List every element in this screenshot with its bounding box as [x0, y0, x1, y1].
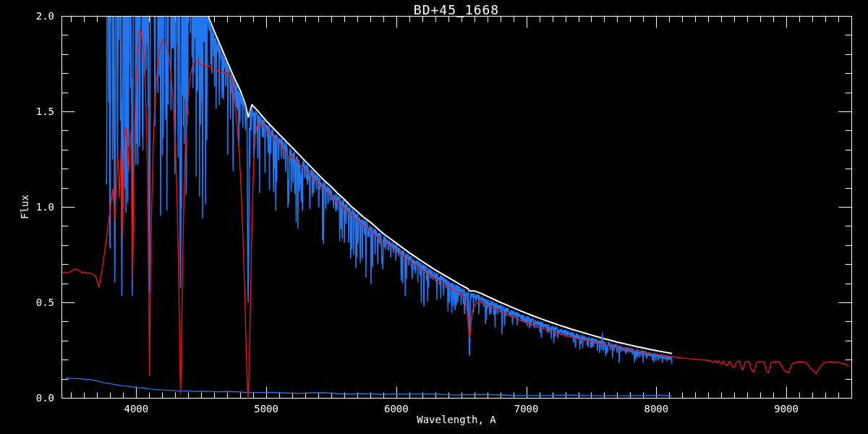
y-tick-label: 0.0: [22, 392, 54, 404]
x-tick-label: 8000: [644, 403, 669, 414]
spectrum-canvas: [0, 0, 868, 434]
x-tick-label: 9000: [774, 403, 799, 414]
x-tick-label: 5000: [254, 403, 278, 414]
y-tick-label: 1.5: [22, 106, 54, 117]
x-tick-label: 4000: [124, 403, 148, 414]
y-tick-label: 0.5: [22, 297, 54, 308]
y-tick-label: 2.0: [22, 10, 54, 22]
x-tick-label: 7000: [514, 403, 539, 414]
x-axis-label: Wavelength, A: [417, 414, 496, 425]
chart-title: BD+45_1668: [414, 2, 499, 17]
spectral-plot: BD+45_1668 Wavelength, A Flux 4000500060…: [0, 0, 868, 434]
x-tick-label: 6000: [384, 403, 409, 414]
y-tick-label: 1.0: [22, 201, 54, 213]
